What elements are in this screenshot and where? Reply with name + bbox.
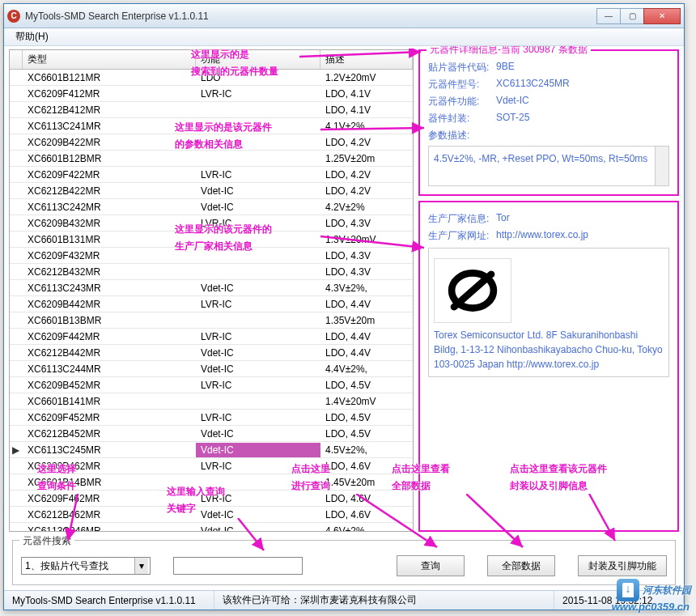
maximize-button[interactable]: ▢ bbox=[620, 8, 644, 24]
table-row[interactable]: XC6601B14BMR1.45V±20m bbox=[10, 474, 413, 491]
func-label: 元器件功能: bbox=[428, 95, 496, 108]
search-group: 元器件搜索 1、按贴片代号查找 查询 全部数据 封装及引脚功能 bbox=[12, 540, 676, 585]
code-label: 贴片器件代码: bbox=[428, 61, 496, 74]
status-left: MyTools-SMD Search Enterprise v1.1.0.11 bbox=[4, 591, 214, 610]
table-row[interactable]: XC6113C242MRVdet-IC4.2V±2% bbox=[10, 199, 413, 215]
table-row[interactable]: XC6209F462MRLVR-ICLDO, 4.6V bbox=[10, 491, 413, 507]
table-row[interactable]: XC6212B422MRVdet-ICLDO, 4.2V bbox=[10, 183, 413, 199]
pkg-label: 器件封装: bbox=[428, 112, 496, 125]
table-row[interactable]: XC6601B121MRLDO1.2V±20mV bbox=[10, 70, 413, 86]
search-input[interactable] bbox=[173, 557, 303, 575]
table-row[interactable]: XC6209F452MRLVR-ICLDO, 4.5V bbox=[10, 410, 413, 426]
table-row[interactable]: XC6212B462MRVdet-ICLDO, 4.6V bbox=[10, 507, 413, 523]
model-label: 元器件型号: bbox=[428, 78, 496, 91]
code-value: 9BE bbox=[496, 61, 669, 74]
table-row[interactable]: XC6209F442MRLVR-ICLDO, 4.4V bbox=[10, 329, 413, 345]
table-row[interactable]: XC6601B131MR1.3V±20mV bbox=[10, 232, 413, 248]
table-row[interactable]: XC6113C243MRVdet-IC4.3V±2%, bbox=[10, 280, 413, 296]
all-data-button[interactable]: 全部数据 bbox=[487, 555, 555, 576]
watermark-icon bbox=[617, 579, 639, 601]
param-box[interactable]: 4.5V±2%, -MR, +Reset PPO, Wt=50ms, Rt=50… bbox=[428, 146, 669, 186]
table-row[interactable]: XC6212B432MRLDO, 4.3V bbox=[10, 264, 413, 280]
table-header: 类型 功能 描述 bbox=[10, 50, 413, 70]
table-row[interactable]: ▶XC6113C245MRVdet-IC4.5V±2%, bbox=[10, 442, 413, 458]
table-row[interactable]: XC6209B462MRLVR-ICLDO, 4.6V bbox=[10, 458, 413, 474]
search-type-combo[interactable]: 1、按贴片代号查找 bbox=[21, 557, 151, 575]
app-window: C MyTools-SMD Search Enterprise v1.1.0.1… bbox=[3, 3, 685, 610]
table-row[interactable]: XC6212B442MRVdet-ICLDO, 4.4V bbox=[10, 345, 413, 361]
table-row[interactable]: XC6209F412MRLVR-ICLDO, 4.1V bbox=[10, 86, 413, 102]
table-row[interactable]: XC6113C244MRVdet-IC4.4V±2%, bbox=[10, 361, 413, 377]
table-row[interactable]: XC6209B432MRLVR-ICLDO, 4.3V bbox=[10, 215, 413, 232]
detail-legend: 元器件详细信息-当前 300987 条数据 bbox=[427, 46, 591, 57]
param-label: 参数描述: bbox=[428, 129, 496, 142]
col-func[interactable]: 功能 bbox=[196, 50, 320, 69]
manufacturer-address: Torex Semiconsuctor Ltd. 8F Sakuranihonb… bbox=[434, 328, 664, 372]
menu-help[interactable]: 帮助(H) bbox=[9, 28, 55, 45]
pkg-value: SOT-25 bbox=[496, 112, 669, 125]
status-mid: 该软件已许可给：深圳市麦诺克科技有限公司 bbox=[214, 591, 554, 610]
mfr-url-value[interactable]: http://www.torex.co.jp bbox=[496, 229, 669, 243]
parts-table[interactable]: 类型 功能 描述 XC6601B121MRLDO1.2V±20mVXC6209F… bbox=[9, 49, 414, 532]
statusbar: MyTools-SMD Search Enterprise v1.1.0.11 … bbox=[4, 590, 684, 610]
mfr-info-value: Tor bbox=[496, 212, 669, 226]
table-row[interactable]: XC6113C241MR4.1V±2% bbox=[10, 118, 413, 134]
menubar: 帮助(H) bbox=[4, 28, 684, 46]
model-value: XC6113C245MR bbox=[496, 78, 669, 91]
table-row[interactable]: XC6212B412MRLDO, 4.1V bbox=[10, 102, 413, 118]
manufacturer-group: 生产厂家信息:Tor 生产厂家网址:http://www.torex.co.jp… bbox=[418, 201, 679, 532]
func-value: Vdet-IC bbox=[496, 95, 669, 108]
search-legend: 元器件搜索 bbox=[19, 534, 74, 548]
window-title: MyTools-SMD Search Enterprise v1.1.0.11 bbox=[25, 11, 597, 22]
table-row[interactable]: XC6209F422MRLVR-ICLDO, 4.2V bbox=[10, 167, 413, 183]
detail-group: 元器件详细信息-当前 300987 条数据 贴片器件代码:9BE 元器件型号:X… bbox=[418, 49, 679, 196]
app-icon: C bbox=[7, 10, 20, 23]
package-button[interactable]: 封装及引脚功能 bbox=[578, 555, 667, 576]
mfr-info-label: 生产厂家信息: bbox=[428, 212, 496, 226]
table-row[interactable]: XC6212B452MRVdet-ICLDO, 4.5V bbox=[10, 426, 413, 442]
table-row[interactable]: XC6209B442MRLVR-ICLDO, 4.4V bbox=[10, 296, 413, 312]
table-row[interactable]: XC6601B141MR1.4V±20mV bbox=[10, 393, 413, 410]
table-row[interactable]: XC6601B13BMR1.35V±20m bbox=[10, 312, 413, 329]
manufacturer-logo bbox=[434, 258, 511, 323]
table-row[interactable]: XC6209B452MRLVR-ICLDO, 4.5V bbox=[10, 377, 413, 393]
titlebar[interactable]: C MyTools-SMD Search Enterprise v1.1.0.1… bbox=[4, 4, 684, 28]
table-row[interactable]: XC6209F432MRLDO, 4.3V bbox=[10, 248, 413, 264]
minimize-button[interactable]: — bbox=[596, 8, 621, 24]
mfr-url-label: 生产厂家网址: bbox=[428, 229, 496, 243]
close-button[interactable]: ✕ bbox=[643, 8, 681, 24]
watermark: 河东软件园 bbox=[617, 579, 691, 601]
table-row[interactable]: XC6601B12BMR1.25V±20m bbox=[10, 151, 413, 167]
watermark-url: www.pc0359.cn bbox=[612, 601, 690, 613]
col-desc[interactable]: 描述 bbox=[320, 50, 413, 69]
query-button[interactable]: 查询 bbox=[397, 555, 465, 576]
table-row[interactable]: XC6209B422MRLDO, 4.2V bbox=[10, 134, 413, 151]
table-row[interactable]: XC6113C246MRVdet-IC4.6V±2%, bbox=[10, 523, 413, 532]
col-type[interactable]: 类型 bbox=[23, 50, 196, 69]
